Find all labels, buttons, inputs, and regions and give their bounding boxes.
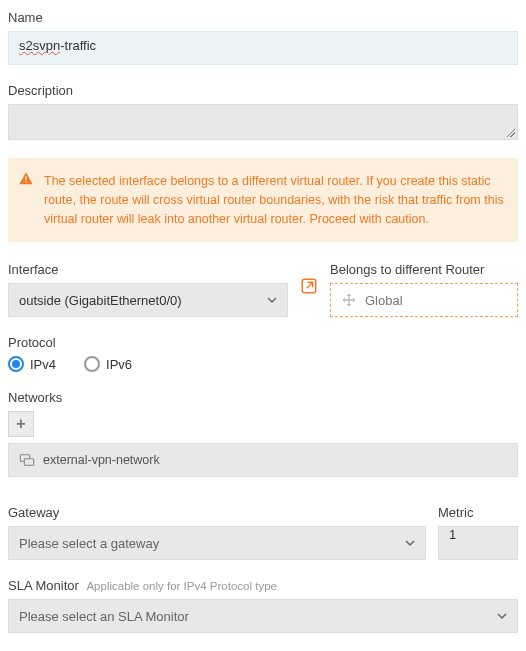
network-icon	[19, 453, 35, 467]
protocol-ipv4-radio[interactable]: IPv4	[8, 356, 56, 372]
add-network-button[interactable]: +	[8, 411, 34, 437]
belongs-value: Global	[365, 293, 403, 308]
name-input-prefix: s2svpn	[19, 38, 60, 53]
warning-triangle-icon	[18, 171, 34, 187]
name-input-suffix: -traffic	[60, 38, 96, 53]
metric-value: 1	[449, 527, 456, 542]
description-textarea[interactable]	[8, 104, 518, 140]
metric-label: Metric	[438, 505, 518, 520]
metric-input[interactable]: 1	[438, 526, 518, 560]
description-label: Description	[8, 83, 518, 98]
sla-label-text: SLA Monitor	[8, 578, 79, 593]
protocol-ipv4-label: IPv4	[30, 357, 56, 372]
network-item-label: external-vpn-network	[43, 453, 160, 467]
svg-rect-0	[25, 176, 26, 180]
sla-placeholder: Please select an SLA Monitor	[19, 609, 189, 624]
svg-rect-4	[24, 459, 33, 466]
radio-unchecked-icon	[84, 356, 100, 372]
chevron-down-icon	[497, 611, 507, 621]
sla-select[interactable]: Please select an SLA Monitor	[8, 599, 518, 633]
gateway-select[interactable]: Please select a gateway	[8, 526, 426, 560]
external-link-icon[interactable]	[300, 277, 318, 295]
interface-label: Interface	[8, 262, 288, 277]
gateway-label: Gateway	[8, 505, 426, 520]
gateway-placeholder: Please select a gateway	[19, 536, 159, 551]
router-arrows-icon	[341, 292, 357, 308]
warning-text: The selected interface belongs to a diff…	[44, 174, 504, 226]
belongs-label: Belongs to different Router	[330, 262, 518, 277]
chevron-down-icon	[267, 295, 277, 305]
sla-hint: Applicable only for IPv4 Protocol type	[86, 580, 277, 592]
sla-label: SLA Monitor Applicable only for IPv4 Pro…	[8, 578, 518, 593]
protocol-ipv6-label: IPv6	[106, 357, 132, 372]
interface-value: outside (GigabitEthernet0/0)	[19, 293, 182, 308]
networks-label: Networks	[8, 390, 518, 405]
interface-select[interactable]: outside (GigabitEthernet0/0)	[8, 283, 288, 317]
chevron-down-icon	[405, 538, 415, 548]
belongs-router-box: Global	[330, 283, 518, 317]
svg-rect-1	[25, 181, 26, 182]
warning-alert: The selected interface belongs to a diff…	[8, 158, 518, 242]
network-item[interactable]: external-vpn-network	[8, 443, 518, 477]
radio-checked-icon	[8, 356, 24, 372]
protocol-ipv6-radio[interactable]: IPv6	[84, 356, 132, 372]
name-label: Name	[8, 10, 518, 25]
protocol-label: Protocol	[8, 335, 518, 350]
name-input[interactable]: s2svpn-traffic	[8, 31, 518, 65]
